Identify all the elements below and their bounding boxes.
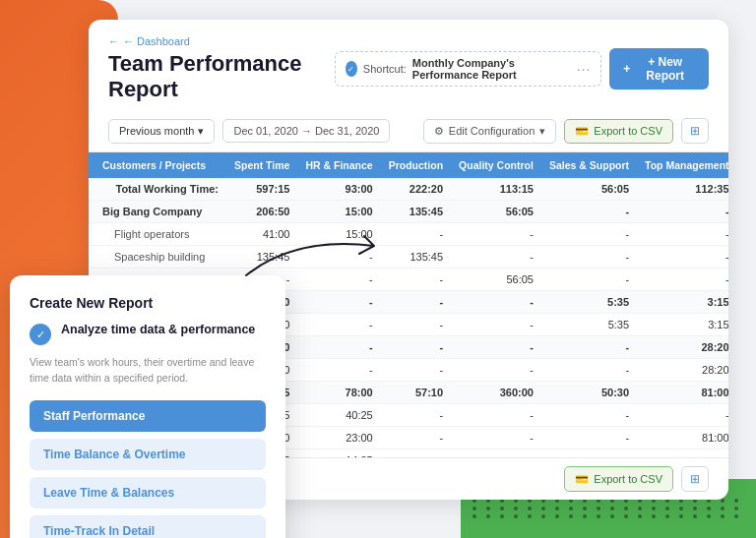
total-label: Total Working Time: [89,178,226,201]
shortcut-name: Monthly Company's Performance Report [412,57,571,81]
toolbar: Previous month ▾ Dec 01, 2020 → Dec 31, … [89,110,728,152]
row-cell: 81:00 [637,427,728,449]
export-csv-button[interactable]: 💳 Export to CSV [564,119,673,144]
check-circle-icon: ✓ [30,324,51,345]
date-range-display: Dec 01, 2020 → Dec 31, 2020 [222,119,390,143]
create-panel: Create New Report ✓ Analyze time data & … [10,275,285,538]
row-cell: 28:20 [637,359,728,382]
row-cell: 56:05 [451,201,541,223]
row-cell: 135:45 [381,246,451,269]
shortcut-dots-button[interactable]: ··· [577,61,592,77]
row-cell: - [637,404,728,427]
row-cell: - [451,404,541,427]
col-top-mgmt: Top Management [637,152,728,178]
row-cell: - [541,427,637,449]
row-cell: - [451,449,541,458]
row-cell: - [541,404,637,427]
total-cell: 113:15 [451,178,541,201]
shortcut-badge: ✓ Shortcut: Monthly Company's Performanc… [335,51,602,87]
row-cell: - [297,359,380,382]
chevron-down-icon: ▾ [198,125,204,138]
row-cell: - [637,246,728,269]
new-report-button[interactable]: + + New Report [609,48,709,90]
row-cell: - [297,336,380,359]
total-cell: 93:00 [297,178,380,201]
col-customers: Customers / Projects [89,152,226,178]
row-cell: - [541,359,637,382]
row-cell: 56:05 [451,269,541,291]
row-cell: - [637,449,728,458]
col-sales: Sales & Support [541,152,637,178]
total-cell: 112:35 [637,178,728,201]
header-actions: ✓ Shortcut: Monthly Company's Performanc… [335,48,709,90]
row-cell: 40:25 [297,404,380,427]
row-cell: 78:00 [297,382,380,404]
row-cell: - [637,269,728,291]
footer-export-icon: 💳 [575,473,589,486]
row-label: Big Bang Company [89,201,226,223]
page-title: Team Performance Report [108,51,335,102]
total-cell: 56:05 [541,178,637,201]
total-cell: 222:20 [381,178,451,201]
row-cell: - [381,291,451,314]
breadcrumb[interactable]: ← ← Dashboard [108,35,335,47]
panel-btn-time-track-in-detail[interactable]: Time-Track In Detail [30,515,266,539]
footer-table-icon-button[interactable]: ⊞ [681,466,709,492]
row-cell: - [297,314,380,336]
row-label: Flight operators [89,223,226,246]
row-cell: - [451,427,541,449]
row-cell: - [451,314,541,336]
row-cell: 28:20 [637,336,728,359]
row-cell: 14:35 [297,449,380,458]
analyze-description: View team's work hours, their overtime a… [30,355,266,387]
col-hr-finance: HR & Finance [297,152,380,178]
edit-config-button[interactable]: ⚙ Edit Configuration ▾ [423,119,556,144]
row-cell: - [381,427,451,449]
row-cell: - [381,449,451,458]
report-header: ← ← Dashboard Team Performance Report ✓ … [89,20,728,110]
row-cell: - [381,359,451,382]
period-select[interactable]: Previous month ▾ [108,119,215,144]
row-cell: - [381,314,451,336]
analyze-row: ✓ Analyze time data & performance [30,323,266,345]
row-cell: - [381,223,451,246]
row-cell: 5:35 [541,291,637,314]
row-cell: - [541,449,637,458]
panel-btn-leave-time-&-balances[interactable]: Leave Time & Balances [30,477,266,508]
table-header: Customers / Projects Spent Time HR & Fin… [89,152,728,178]
row-cell: - [541,223,637,246]
row-cell: 3:15 [637,291,728,314]
title-area: ← ← Dashboard Team Performance Report [108,35,335,102]
row-cell: - [541,336,637,359]
row-cell: 41:00 [226,223,297,246]
table-icon-button[interactable]: ⊞ [681,118,709,144]
row-cell: - [541,269,637,291]
panel-btn-staff-performance[interactable]: Staff Performance [30,400,266,432]
plus-icon: + [623,62,630,76]
row-cell: - [541,201,637,223]
col-quality: Quality Control [451,152,541,178]
row-cell: - [297,291,380,314]
row-cell: - [451,223,541,246]
total-row: Total Working Time:597:1593:00222:20113:… [89,178,728,201]
row-cell: - [451,291,541,314]
panel-buttons: Staff PerformanceTime Balance & Overtime… [30,400,266,539]
shortcut-label: Shortcut: [363,63,407,75]
row-cell: - [297,269,380,291]
chevron-down-icon-2: ▾ [539,125,545,138]
create-panel-title: Create New Report [30,295,266,311]
col-production: Production [381,152,451,178]
row-cell: 360:00 [451,382,541,404]
header-row: Customers / Projects Spent Time HR & Fin… [89,152,728,178]
row-cell: - [381,404,451,427]
row-cell: 5:35 [541,314,637,336]
table-row: Big Bang Company206:5015:00135:4556:05-- [89,201,728,223]
footer-export-csv-button[interactable]: 💳 Export to CSV [564,466,673,492]
row-cell: 57:10 [381,382,451,404]
row-cell: - [451,359,541,382]
row-cell: 206:50 [226,201,297,223]
row-cell: - [297,246,380,269]
row-cell: - [381,336,451,359]
breadcrumb-arrow: ← [108,35,119,47]
panel-btn-time-balance-&-overtime[interactable]: Time Balance & Overtime [30,439,266,470]
